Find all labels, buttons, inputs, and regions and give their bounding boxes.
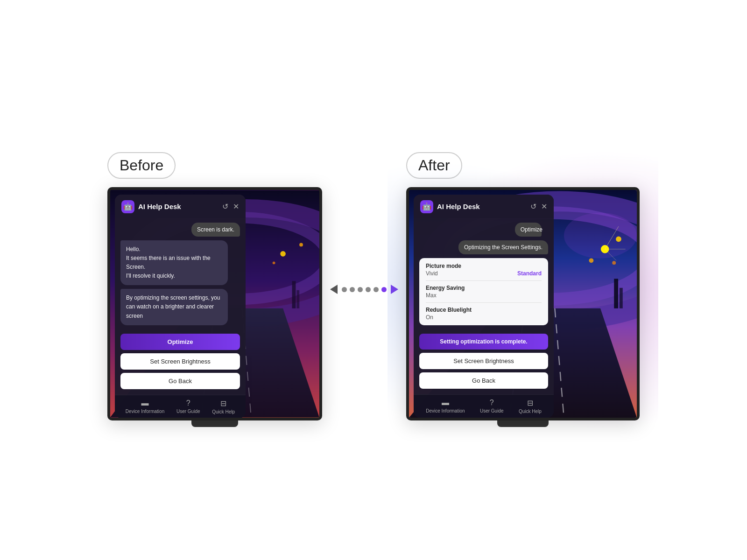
after-set-brightness-btn[interactable]: Set Screen Brightness <box>419 353 548 369</box>
before-panel: Before <box>107 152 322 427</box>
before-bot-message2: By optimizing the screen settings, you c… <box>120 289 228 325</box>
after-quick-icon: ⊟ <box>527 399 533 407</box>
after-energy-value: Max <box>426 292 542 299</box>
after-divider-1 <box>426 280 542 281</box>
before-header-actions: ↺ ✕ <box>222 203 239 210</box>
svg-point-21 <box>612 261 616 265</box>
svg-rect-10 <box>296 290 299 308</box>
after-refresh-btn[interactable]: ↺ <box>530 203 536 210</box>
before-quick-icon: ⊟ <box>220 399 226 408</box>
after-optimize-user-bubble: Optimize <box>515 223 542 237</box>
after-go-back-btn[interactable]: Go Back <box>419 372 548 389</box>
after-helpdesk-panel: 🤖 AI Help Desk ↺ ✕ Optimize <box>414 195 554 418</box>
after-footer-device[interactable]: ▬ Device Information <box>426 399 465 413</box>
after-energy-label: Energy Saving <box>426 285 542 291</box>
before-quick-label: Quick Help <box>212 409 235 414</box>
before-guide-icon: ? <box>186 399 190 407</box>
after-settings-card: Picture mode Vivid Standard Energy Savin… <box>419 258 548 325</box>
before-optimize-btn[interactable]: Optimize <box>120 334 240 350</box>
after-device-label: Device Information <box>426 408 465 413</box>
svg-point-14 <box>564 212 637 258</box>
arrow-left <box>330 285 338 294</box>
before-tv-stand <box>191 420 238 427</box>
svg-rect-26 <box>620 287 623 308</box>
after-quick-label: Quick Help <box>519 409 542 414</box>
before-title-row: 🤖 AI Help Desk <box>121 200 181 213</box>
after-bluelight-value: On <box>426 314 542 321</box>
after-helpdesk-title: AI Help Desk <box>437 203 480 210</box>
after-bot-icon: 🤖 <box>420 200 433 213</box>
after-bluelight-label: Reduce Bluelight <box>426 307 542 313</box>
after-picture-mode-to: Standard <box>517 270 542 277</box>
after-guide-icon: ? <box>490 399 494 407</box>
before-refresh-btn[interactable]: ↺ <box>222 203 228 210</box>
after-panel: After <box>406 152 640 427</box>
before-device-icon: ▬ <box>141 399 149 407</box>
after-footer-guide[interactable]: ? User Guide <box>480 399 504 413</box>
after-device-icon: ▬ <box>442 399 449 407</box>
after-footer-quick[interactable]: ⊟ Quick Help <box>519 399 542 414</box>
after-action-buttons: Setting optimization is complete. Set Sc… <box>414 330 554 394</box>
main-container: Before <box>0 152 747 427</box>
before-action-buttons: Optimize Set Screen Brightness Go Back <box>115 330 246 395</box>
after-bluelight-row: Reduce Bluelight On <box>426 307 542 321</box>
after-title-row: 🤖 AI Help Desk <box>420 200 480 213</box>
after-status-msg: Optimizing the Screen Settings. <box>458 240 548 254</box>
arrow-separator <box>322 285 406 294</box>
before-footer-guide[interactable]: ? User Guide <box>176 399 200 414</box>
before-helpdesk-panel: 🤖 AI Help Desk ↺ ✕ Screen is dark. Hello… <box>115 195 246 418</box>
svg-point-20 <box>589 258 594 263</box>
before-helpdesk-title: AI Help Desk <box>138 203 181 210</box>
svg-point-6 <box>280 251 286 257</box>
after-header: 🤖 AI Help Desk ↺ ✕ <box>414 195 554 218</box>
arrow-right <box>391 285 398 294</box>
svg-point-19 <box>616 236 621 242</box>
after-footer: ▬ Device Information ? User Guide ⊟ Quic… <box>414 394 554 418</box>
after-tv-frame: 🤖 AI Help Desk ↺ ✕ Optimize <box>406 187 640 420</box>
before-close-btn[interactable]: ✕ <box>233 203 239 210</box>
svg-point-8 <box>273 261 275 264</box>
before-bot-icon: 🤖 <box>121 200 134 213</box>
after-picture-mode-row: Picture mode Vivid Standard <box>426 263 542 277</box>
after-tv-stand <box>497 420 549 427</box>
before-tv-frame: 🤖 AI Help Desk ↺ ✕ Screen is dark. Hello… <box>107 187 322 420</box>
svg-rect-9 <box>292 281 296 308</box>
dot-5 <box>374 287 379 292</box>
before-set-brightness-btn[interactable]: Set Screen Brightness <box>120 353 240 370</box>
dot-2 <box>350 287 355 292</box>
dots-arrow <box>330 285 398 294</box>
dot-6-purple <box>381 287 387 292</box>
after-energy-row: Energy Saving Max <box>426 285 542 299</box>
before-go-back-btn[interactable]: Go Back <box>120 373 240 389</box>
after-picture-mode-label: Picture mode <box>426 263 542 269</box>
dot-1 <box>342 287 347 292</box>
before-footer: ▬ Device Information ? User Guide ⊟ Quic… <box>115 395 246 418</box>
after-header-actions: ↺ ✕ <box>530 203 547 210</box>
dot-4 <box>366 287 371 292</box>
after-guide-label: User Guide <box>480 408 504 413</box>
after-chat-body: Optimize Optimizing the Screen Settings.… <box>414 218 554 330</box>
before-device-label: Device Information <box>126 409 164 414</box>
dot-3 <box>358 287 363 292</box>
before-chat-body: Screen is dark. Hello. It seems there is… <box>115 218 246 330</box>
after-complete-btn[interactable]: Setting optimization is complete. <box>419 334 548 350</box>
after-close-btn[interactable]: ✕ <box>541 203 547 210</box>
before-footer-quick[interactable]: ⊟ Quick Help <box>212 399 235 414</box>
before-bot-message1: Hello. It seems there is an issue with t… <box>120 240 228 286</box>
before-footer-device[interactable]: ▬ Device Information <box>126 399 164 414</box>
after-picture-mode-values: Vivid Standard <box>426 270 542 277</box>
after-label: After <box>406 152 462 179</box>
after-divider-2 <box>426 302 542 303</box>
before-guide-label: User Guide <box>176 409 200 414</box>
before-header: 🤖 AI Help Desk ↺ ✕ <box>115 195 246 218</box>
after-picture-mode-from: Vivid <box>426 270 438 277</box>
svg-rect-25 <box>614 279 618 308</box>
before-label: Before <box>107 152 176 179</box>
svg-point-7 <box>299 243 303 246</box>
before-user-message: Screen is dark. <box>191 223 240 237</box>
